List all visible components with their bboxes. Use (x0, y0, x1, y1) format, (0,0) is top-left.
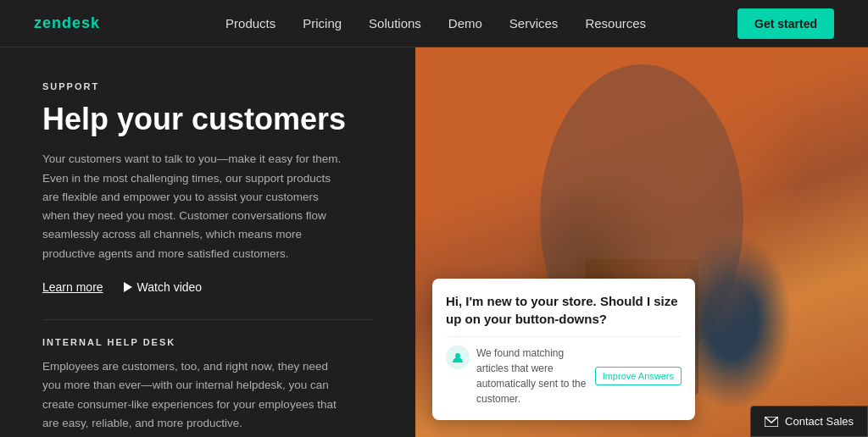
nav-solutions[interactable]: Solutions (369, 16, 421, 30)
chat-response-text: We found matching articles that were aut… (476, 346, 588, 407)
contact-sales-label: Contact Sales (785, 415, 854, 428)
chat-response-row: We found matching articles that were aut… (446, 346, 682, 407)
nav-pricing[interactable]: Pricing (303, 16, 342, 30)
right-panel: Hi, I'm new to your store. Should I size… (415, 47, 868, 437)
navbar: zendesk Products Pricing Solutions Demo … (0, 0, 868, 47)
hero-heading: Help your customers (42, 102, 373, 136)
nav-demo[interactable]: Demo (448, 16, 482, 30)
email-icon (765, 417, 778, 427)
main-layout: SUPPORT Help your customers Your custome… (0, 47, 868, 437)
watch-video-label: Watch video (137, 280, 203, 294)
improve-answers-button[interactable]: Improve Answers (595, 367, 682, 385)
nav-links: Products Pricing Solutions Demo Services… (134, 16, 737, 30)
cta-row: Learn more Watch video (42, 280, 373, 294)
get-started-button[interactable]: Get started (737, 8, 834, 39)
section-divider (42, 319, 373, 320)
watch-video-button[interactable]: Watch video (124, 280, 203, 294)
support-label: SUPPORT (42, 81, 373, 91)
contact-sales-button[interactable]: Contact Sales (750, 406, 868, 437)
chat-popup: Hi, I'm new to your store. Should I size… (432, 279, 695, 420)
nav-products[interactable]: Products (225, 16, 275, 30)
hero-description: Your customers want to talk to you—make … (42, 150, 348, 263)
learn-more-link[interactable]: Learn more (42, 280, 103, 294)
chat-question: Hi, I'm new to your store. Should I size… (446, 292, 682, 328)
play-icon (124, 282, 132, 292)
internal-help-desk-label: INTERNAL HELP DESK (42, 337, 373, 347)
logo: zendesk (34, 14, 100, 32)
internal-description: Employees are customers, too, and right … (42, 357, 348, 433)
chat-avatar (446, 346, 470, 369)
chat-divider (446, 336, 682, 337)
nav-resources[interactable]: Resources (585, 16, 646, 30)
nav-services[interactable]: Services (509, 16, 559, 30)
left-panel: SUPPORT Help your customers Your custome… (0, 47, 415, 437)
